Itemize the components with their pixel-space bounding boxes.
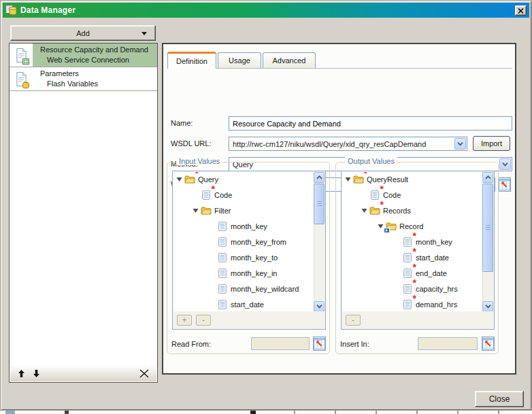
data-source-list: Resource Capacity and DemandWeb Service … [9, 43, 158, 383]
tree-item-Records[interactable]: *Records [342, 203, 482, 219]
tree-item-label: end_date [416, 269, 447, 277]
tree-item-QueryResult[interactable]: *QueryResult [342, 172, 482, 188]
expand-triangle-icon[interactable] [344, 177, 352, 182]
add-dropdown-button[interactable]: Add [10, 25, 156, 41]
tab-definition[interactable]: Definition [167, 52, 216, 69]
tree-item-month_key_wildcard[interactable]: month_key_wildcard [173, 281, 314, 296]
tree-item-Filter[interactable]: Filter [173, 203, 314, 219]
required-asterisk-icon: * [195, 172, 199, 177]
desktop-sliver [0, 411, 532, 414]
name-label: Name: [171, 119, 193, 127]
tree-item-label: capacity_hrs [416, 285, 458, 293]
read-from-field[interactable] [251, 337, 310, 350]
chevron-down-icon[interactable] [454, 138, 466, 150]
close-button[interactable]: Close [475, 391, 524, 407]
required-asterisk-icon: * [413, 264, 416, 271]
tree-item-start_date[interactable]: start_date [173, 296, 314, 311]
tree-item-label: month_key_wildcard [231, 285, 299, 293]
expand-triangle-icon[interactable] [361, 208, 368, 213]
titlebar[interactable]: Data Manager [3, 3, 529, 18]
wsdl-url-combobox[interactable]: http://rwc-cm127/niku/wsdl/Query/xid_qry… [229, 137, 467, 151]
list-item-subtitle: Web Service Connection [33, 55, 157, 65]
list-item[interactable]: Resource Capacity and DemandWeb Service … [10, 44, 157, 67]
tree-item-demand_hrs[interactable]: *demand_hrs [342, 296, 482, 311]
input-values-tree: *Query*CodeFiltermonth_keymonth_key_from… [173, 172, 314, 311]
tree-item-label: Query [198, 175, 218, 184]
cell-range-picker-icon[interactable] [313, 337, 326, 351]
tree-item-label: QueryResult [367, 175, 408, 184]
document-icon: * [402, 268, 413, 279]
name-input[interactable] [229, 116, 512, 131]
vertical-scrollbar[interactable] [314, 172, 325, 312]
remove-output-button[interactable]: - [346, 315, 361, 326]
required-asterisk-icon: * [380, 186, 384, 192]
folder-icon: * [184, 174, 195, 185]
scroll-up-button[interactable] [314, 172, 325, 183]
vertical-scrollbar[interactable] [482, 172, 493, 312]
tab-usage[interactable]: Usage [218, 52, 261, 68]
list-item-title: Resource Capacity and Demand [33, 45, 157, 55]
wsdl-url-label: WSDL URL: [171, 139, 212, 148]
tree-item-month_key_in[interactable]: month_key_in [173, 265, 314, 281]
folder-icon: * [369, 205, 380, 216]
document-icon: * [402, 252, 413, 263]
cell-range-picker-icon[interactable] [482, 337, 495, 351]
required-asterisk-icon: * [413, 295, 416, 302]
tree-item-Code[interactable]: *Code [342, 188, 482, 203]
web-service-document-icon [10, 44, 33, 67]
tree-item-label: start_date [231, 300, 264, 309]
add-input-button[interactable]: + [177, 315, 192, 326]
expand-triangle-icon[interactable] [176, 177, 183, 182]
tab-advanced[interactable]: Advanced [263, 52, 316, 68]
tree-item-label: Code [383, 191, 401, 199]
cell-range-picker-icon[interactable] [498, 177, 511, 192]
tree-item-month_key[interactable]: month_key [173, 219, 314, 235]
required-asterisk-icon: * [413, 279, 416, 286]
insert-in-field[interactable] [418, 337, 478, 350]
scroll-up-button[interactable] [482, 172, 493, 183]
input-values-groupbox: Input Values *Query*CodeFiltermonth_keym… [167, 162, 330, 354]
delete-x-icon[interactable] [139, 368, 150, 379]
list-item[interactable]: ParametersFlash Variables [10, 67, 157, 91]
wsdl-url-value: http://rwc-cm127/niku/wsdl/Query/xid_qry… [229, 140, 454, 148]
import-button-label: Import [481, 139, 502, 148]
document-icon: * [369, 190, 380, 201]
tree-item-month_key_to[interactable]: month_key_to [173, 249, 314, 265]
document-icon [217, 252, 228, 263]
scrollbar-thumb[interactable] [482, 184, 493, 272]
required-asterisk-icon: * [364, 172, 367, 177]
tree-item-label: demand_hrs [416, 300, 457, 309]
tree-item-Code[interactable]: *Code [173, 188, 314, 203]
tab-label: Advanced [273, 56, 306, 65]
close-icon[interactable] [515, 5, 527, 16]
tree-item-Query[interactable]: *Query [173, 172, 314, 188]
detail-panel: DefinitionUsageAdvanced Name: WSDL URL: … [162, 43, 516, 375]
tabstrip: DefinitionUsageAdvanced [167, 51, 512, 69]
tree-item-month_key_from[interactable]: month_key_from [173, 235, 314, 250]
name-input-field[interactable] [229, 117, 512, 130]
document-icon [217, 283, 228, 294]
tree-item-label: month_key_from [231, 238, 286, 246]
list-item-title: Parameters [33, 69, 157, 79]
tree-item-label: month_key [231, 222, 267, 230]
move-up-button[interactable] [16, 368, 27, 379]
tree-item-label: month_key [416, 238, 452, 246]
move-down-button[interactable] [31, 368, 41, 379]
flash-variables-document-icon [10, 67, 33, 90]
remove-input-button[interactable]: - [196, 315, 211, 326]
required-asterisk-icon: * [413, 248, 416, 255]
scrollbar-thumb[interactable] [314, 184, 325, 224]
document-icon: * [402, 299, 413, 310]
chevron-down-icon[interactable] [499, 158, 511, 170]
document-icon: * [402, 283, 413, 294]
import-button[interactable]: Import [473, 136, 510, 151]
output-values-tree: *QueryResult*Code*RecordsRecord*month_ke… [342, 172, 482, 311]
scroll-down-button[interactable] [314, 301, 325, 312]
expand-triangle-icon[interactable] [192, 208, 199, 213]
document-icon [217, 221, 228, 232]
output-values-groupbox: Output Values *QueryResult*Code*RecordsR… [335, 162, 499, 354]
scroll-down-button[interactable] [482, 301, 493, 312]
close-button-label: Close [489, 394, 510, 404]
folder-icon [201, 205, 212, 216]
document-icon [217, 299, 228, 310]
